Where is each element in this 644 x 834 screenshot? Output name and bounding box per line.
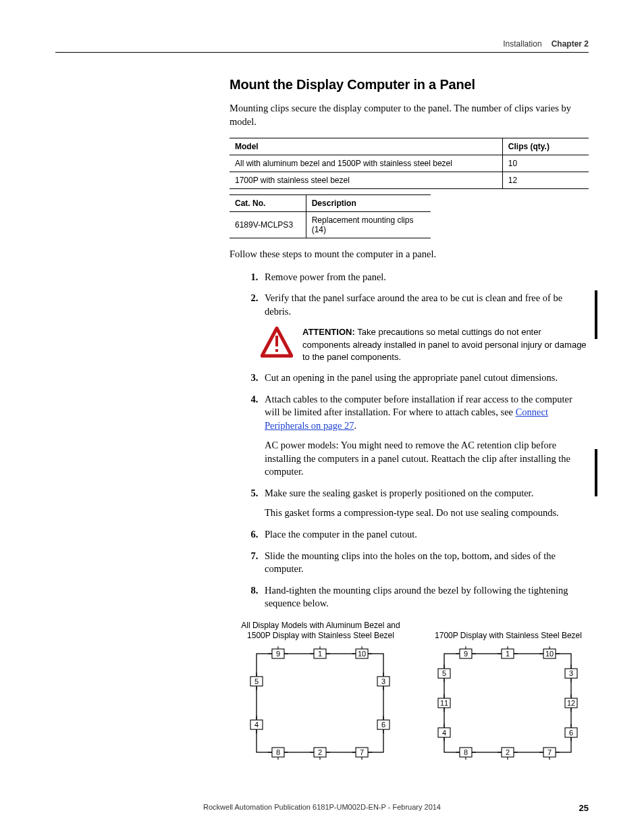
intro-paragraph: Mounting clips secure the display comput… xyxy=(230,102,589,128)
table-header: Model xyxy=(230,138,502,155)
svg-text:12: 12 xyxy=(567,699,575,707)
main-content: Mount the Display Computer in a Panel Mo… xyxy=(230,53,589,763)
attention-text: ATTENTION: Take precautions so metal cut… xyxy=(302,326,589,363)
svg-text:6: 6 xyxy=(381,721,385,729)
svg-text:3: 3 xyxy=(381,677,385,685)
svg-text:10: 10 xyxy=(358,650,366,658)
table-row: 6189V-MCLPS3 Replacement mounting clips … xyxy=(230,212,431,238)
step-1: Remove power from the panel. xyxy=(261,271,589,284)
svg-text:5: 5 xyxy=(442,669,446,677)
catalog-table: Cat. No. Description 6189V-MCLPS3 Replac… xyxy=(230,194,431,238)
step-4: Attach cables to the computer before ins… xyxy=(261,393,589,479)
instruction-list: Remove power from the panel. Verify that… xyxy=(230,271,589,319)
table-header: Clips (qty.) xyxy=(502,138,589,155)
step-8: Hand-tighten the mounting clips around t… xyxy=(261,584,589,610)
header-chapter: Chapter 2 xyxy=(552,39,589,49)
running-header: Installation Chapter 2 xyxy=(55,39,589,53)
tightening-diagrams: All Display Models with Aluminum Bezel a… xyxy=(240,620,589,763)
lead-in: Follow these steps to mount the computer… xyxy=(230,248,589,261)
svg-text:8: 8 xyxy=(464,748,468,756)
svg-text:9: 9 xyxy=(276,650,280,658)
table-header: Description xyxy=(306,195,431,212)
page-footer: Rockwell Automation Publication 6181P-UM… xyxy=(55,803,589,811)
step-4-note: AC power models: You might need to remov… xyxy=(265,439,589,479)
svg-text:2: 2 xyxy=(318,748,322,756)
diagram-right-title: 1700P Display with Stainless Steel Bezel xyxy=(428,620,589,642)
svg-text:10: 10 xyxy=(545,650,554,658)
table-header: Cat. No. xyxy=(230,195,306,212)
svg-text:8: 8 xyxy=(276,748,280,756)
svg-rect-2 xyxy=(275,349,278,352)
scan-edge-mark xyxy=(595,449,597,496)
header-section: Installation xyxy=(503,39,541,49)
diagram-left: 91105436827 xyxy=(240,646,400,760)
svg-rect-3 xyxy=(257,654,383,752)
diagram-left-title: All Display Models with Aluminum Bezel a… xyxy=(240,620,401,642)
publication-id: Rockwell Automation Publication 6181P-UM… xyxy=(203,803,441,811)
clips-qty-table: Model Clips (qty.) All with aluminum bez… xyxy=(230,138,589,189)
attention-icon xyxy=(261,326,293,359)
svg-text:4: 4 xyxy=(442,729,446,737)
svg-rect-50 xyxy=(444,654,571,752)
svg-text:7: 7 xyxy=(360,748,364,756)
section-heading: Mount the Display Computer in a Panel xyxy=(230,77,589,93)
svg-text:11: 11 xyxy=(440,699,448,707)
svg-text:5: 5 xyxy=(254,677,259,685)
page-number: 25 xyxy=(579,803,589,813)
attention-callout: ATTENTION: Take precautions so metal cut… xyxy=(261,326,589,363)
table-row: All with aluminum bezel and 1500P with s… xyxy=(230,155,589,172)
step-3: Cut an opening in the panel using the ap… xyxy=(261,371,589,385)
instruction-list-cont: Cut an opening in the panel using the ap… xyxy=(230,371,589,610)
svg-text:4: 4 xyxy=(254,721,259,729)
step-7: Slide the mounting clips into the holes … xyxy=(261,550,589,576)
svg-text:1: 1 xyxy=(506,650,510,658)
step-6: Place the computer in the panel cutout. xyxy=(261,528,589,542)
svg-text:7: 7 xyxy=(547,748,552,756)
svg-text:6: 6 xyxy=(569,729,573,737)
svg-text:2: 2 xyxy=(506,748,510,756)
svg-text:3: 3 xyxy=(569,669,573,677)
table-row: 1700P with stainless steel bezel 12 xyxy=(230,172,589,189)
step-2: Verify that the panel surface around the… xyxy=(261,292,589,318)
step-5-note: This gasket forms a compression-type sea… xyxy=(265,506,589,520)
svg-text:1: 1 xyxy=(318,650,322,658)
svg-rect-1 xyxy=(275,336,278,346)
diagram-right: 911051143126827 xyxy=(428,646,587,760)
svg-text:9: 9 xyxy=(464,650,468,658)
scan-edge-mark xyxy=(595,290,597,339)
step-5: Make sure the sealing gasket is properly… xyxy=(261,487,589,520)
